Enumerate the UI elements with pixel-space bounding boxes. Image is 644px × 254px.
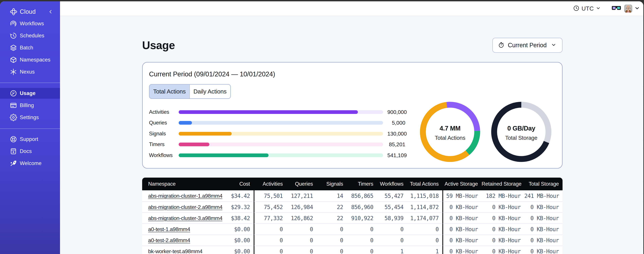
cell-namespace: abs-migration-cluster-1.a98mm4 [142, 190, 222, 202]
cell-namespace: abs-migration-cluster-3.a98mm4 [142, 212, 222, 224]
usage-summary-card: Current Period (09/01/2024 — 10/01/2024)… [142, 62, 562, 168]
bar-fill [179, 132, 232, 136]
chevron-left-icon [48, 9, 53, 14]
cell-retained_storage: 0 KB-Hour [482, 246, 524, 254]
donut-center-label: 4.7 MM Total Actions [418, 102, 482, 164]
column-header-signals[interactable]: Signals [317, 178, 347, 190]
timezone-label: UTC [582, 5, 594, 12]
namespace-link[interactable]: a0-test-2.a98mm4 [148, 237, 190, 243]
cell-retained_storage: 0 KB-Hour [482, 224, 524, 234]
sidebar-item-billing[interactable]: Billing [0, 100, 60, 111]
donut-center-label: 0 GB/Day Total Storage [490, 102, 553, 164]
cell-total_actions: 1 [407, 246, 442, 254]
column-header-total_actions[interactable]: Total Actions [407, 178, 442, 190]
column-header-total_storage[interactable]: Total Storage [524, 178, 562, 190]
column-header-namespace[interactable]: Namespace [142, 178, 222, 190]
cell-total_storage: 0 KB-Hour [524, 202, 562, 212]
sidebar-item-label: Settings [20, 114, 39, 120]
cell-signals: 22 [317, 202, 347, 212]
cell-workflows: 0 [377, 224, 407, 234]
sidebar-divider [0, 82, 60, 83]
cell-activities: 0 [254, 224, 286, 234]
chevron-down-icon [596, 6, 601, 12]
cell-cost: $34.42 [222, 190, 254, 202]
column-header-activities[interactable]: Activities [254, 178, 286, 190]
column-header-timers[interactable]: Timers [347, 178, 377, 190]
sidebar-item-docs[interactable]: Docs [0, 146, 60, 157]
sidebar-collapse-button[interactable] [48, 9, 53, 14]
account-menu-chevron[interactable] [634, 5, 640, 12]
cell-active_storage: 0 KB-Hour [442, 234, 482, 246]
bar-row-workflows: Workflows 541,109 [143, 150, 411, 161]
sidebar-item-label: Workflows [20, 20, 44, 27]
sidebar-item-nexus[interactable]: Nexus [0, 66, 60, 77]
cell-cost: $0.00 [222, 224, 254, 234]
namespace-link[interactable]: abs-migration-cluster-1.a98mm4 [148, 193, 222, 199]
chevron-down-icon [551, 42, 556, 48]
sidebar-item-schedules[interactable]: Schedules [0, 30, 60, 41]
bar-value: 5,000 [387, 120, 405, 126]
page-header: Usage Current Period [142, 37, 562, 53]
cell-total_storage: 0 KB-Hour [524, 234, 562, 246]
column-header-workflows[interactable]: Workflows [377, 178, 407, 190]
sidebar-item-workflows[interactable]: Workflows [0, 18, 60, 29]
namespace-link[interactable]: abs-migration-cluster-2.a98mm4 [148, 204, 222, 210]
cell-signals: 22 [317, 212, 347, 224]
bar-fill [179, 154, 268, 157]
cell-queries: 0 [286, 224, 317, 234]
welcome-icon [10, 160, 17, 167]
cell-namespace: a0-test-1.a98mm4 [142, 224, 222, 234]
card-title: Current Period (09/01/2024 — 10/01/2024) [149, 70, 275, 78]
bar-track [179, 110, 383, 114]
3d-glasses-icon[interactable] [612, 5, 621, 12]
sidebar-group-0: Workflows Schedules Batch Namespaces Nex… [0, 18, 60, 78]
sidebar-item-label: Schedules [20, 33, 44, 39]
column-header-active_storage[interactable]: Active Storage [442, 178, 482, 190]
sidebar-item-namespaces[interactable]: Namespaces [0, 54, 60, 65]
tab-daily-actions[interactable]: Daily Actions [190, 84, 231, 99]
cell-active_storage: 0 KB-Hour [442, 224, 482, 234]
cell-total_actions: 1,114,872 [407, 202, 442, 212]
bar-label: Workflows [149, 152, 173, 158]
cell-timers: 0 [347, 246, 377, 254]
topbar: UTC [60, 1, 643, 16]
period-select-button[interactable]: Current Period [492, 38, 562, 53]
sidebar-item-welcome[interactable]: Welcome [0, 158, 60, 169]
cell-total_storage: 0 KB-Hour [524, 246, 562, 254]
sidebar-item-batch[interactable]: Batch [0, 42, 60, 53]
sidebar-item-label: Namespaces [20, 57, 50, 63]
column-header-retained_storage[interactable]: Retained Storage [482, 178, 524, 190]
page-title: Usage [142, 39, 175, 52]
user-avatar[interactable] [624, 4, 632, 12]
cell-total_storage: 0 KB-Hour [524, 212, 562, 224]
cell-queries: 0 [286, 246, 317, 254]
cell-retained_storage: 182 MB-Hour [482, 190, 524, 202]
total-actions-donut: 4.7 MM Total Actions [418, 100, 482, 164]
tab-total-actions[interactable]: Total Actions [149, 84, 190, 99]
cell-timers: 856,865 [347, 190, 377, 202]
sidebar-item-usage[interactable]: Usage [0, 88, 60, 99]
cell-activities: 0 [254, 246, 286, 254]
cell-retained_storage: 0 KB-Hour [482, 212, 524, 224]
cell-activities: 75,501 [254, 190, 286, 202]
sidebar-item-label: Billing [20, 102, 34, 108]
sidebar-item-settings[interactable]: Settings [0, 112, 60, 123]
column-header-cost[interactable]: Cost [222, 178, 254, 190]
main-content: Usage Current Period Current Period (09/… [60, 16, 643, 254]
donut-subtitle: Total Storage [505, 135, 538, 141]
schedules-icon [10, 32, 17, 39]
sidebar: Cloud Workflows Schedules Batch Namespac… [0, 1, 60, 254]
sidebar-item-support[interactable]: Support [0, 134, 60, 144]
namespace-link[interactable]: bk-worker-test.a98mm4 [148, 248, 202, 254]
bar-value: 130,000 [387, 130, 405, 137]
namespace-link[interactable]: a0-test-1.a98mm4 [148, 226, 190, 232]
sidebar-item-label: Docs [20, 148, 32, 154]
timezone-selector[interactable]: UTC [573, 5, 601, 12]
table-row: a0-test-1.a98mm4$0.000000000 KB-Hour0 KB… [142, 224, 562, 234]
clock-icon [573, 5, 580, 12]
namespace-link[interactable]: abs-migration-cluster-3.a98mm4 [148, 215, 222, 221]
column-header-queries[interactable]: Queries [286, 178, 317, 190]
sidebar-brand: Cloud [0, 6, 60, 17]
cell-timers: 856,960 [347, 202, 377, 212]
table-row: abs-migration-cluster-3.a98mm4$38.4277,3… [142, 212, 562, 224]
